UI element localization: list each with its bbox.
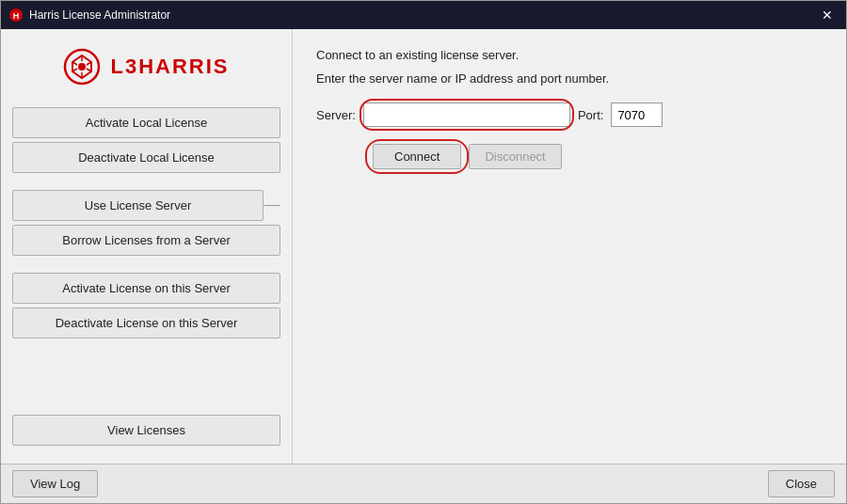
- svg-text:H: H: [13, 11, 20, 21]
- connect-button[interactable]: Connect: [373, 144, 461, 169]
- server-row: Server: Port:: [316, 102, 823, 127]
- l3harris-logo-icon: [63, 48, 101, 86]
- title-bar: H Harris License Administrator ✕: [1, 1, 846, 29]
- logo-area: L3HARRIS: [12, 43, 280, 90]
- window-title: Harris License Administrator: [29, 8, 816, 22]
- logo-text: L3HARRIS: [110, 55, 229, 79]
- port-label: Port:: [578, 108, 603, 122]
- use-license-server-row: Use License Server: [12, 190, 280, 221]
- server-input[interactable]: [363, 102, 570, 127]
- activate-local-button[interactable]: Activate Local License: [12, 107, 280, 138]
- use-license-server-button[interactable]: Use License Server: [12, 190, 264, 221]
- main-window: H Harris License Administrator ✕: [0, 0, 847, 504]
- svg-point-3: [78, 63, 86, 71]
- activate-server-button[interactable]: Activate License on this Server: [12, 273, 280, 304]
- disconnect-button[interactable]: Disconnect: [469, 144, 561, 169]
- panel-title: Connect to an existing license server.: [316, 48, 823, 62]
- deactivate-local-button[interactable]: Deactivate Local License: [12, 142, 280, 173]
- action-row: Connect Disconnect: [316, 144, 823, 169]
- server-input-wrapper: [363, 102, 570, 127]
- deactivate-server-button[interactable]: Deactivate License on this Server: [12, 307, 280, 339]
- close-window-button[interactable]: ✕: [816, 4, 839, 26]
- server-label: Server:: [316, 108, 356, 122]
- close-button[interactable]: Close: [768, 470, 835, 497]
- connect-button-wrapper: Connect: [373, 144, 461, 169]
- right-panel: Connect to an existing license server. E…: [293, 29, 846, 464]
- borrow-licenses-button[interactable]: Borrow Licenses from a Server: [12, 225, 280, 256]
- divider-tick: [264, 205, 280, 206]
- app-icon: H: [8, 8, 24, 23]
- panel-desc: Enter the server name or IP address and …: [316, 71, 823, 86]
- view-log-button[interactable]: View Log: [12, 470, 98, 497]
- sidebar: L3HARRIS Activate Local License Deactiva…: [1, 29, 293, 464]
- footer: View Log Close: [1, 464, 846, 503]
- main-content: L3HARRIS Activate Local License Deactiva…: [1, 29, 846, 464]
- view-licenses-button[interactable]: View Licenses: [12, 415, 280, 446]
- port-input[interactable]: [611, 102, 663, 127]
- sidebar-bottom: View Licenses: [12, 342, 280, 449]
